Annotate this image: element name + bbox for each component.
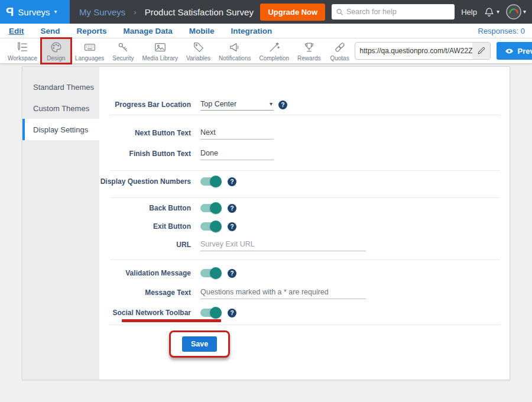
survey-nav: Edit Send Reports Manage Data Mobile Int…: [0, 24, 532, 38]
next-button-text-label: Next Button Text: [99, 129, 191, 137]
divider: [110, 260, 500, 260]
display-settings-form: Progress Bar Location Top Center ▾ ? Nex…: [99, 67, 510, 380]
form-row-exit-url: URL: [99, 238, 510, 252]
validation-message-toggle[interactable]: [200, 269, 220, 277]
top-header: P Surveys ▾ My Surveys › Product Satisfa…: [0, 0, 532, 24]
finish-button-text-input[interactable]: [200, 148, 274, 160]
progress-bar-location-value: Top Center: [200, 100, 236, 108]
toolbar-item-design[interactable]: Design: [41, 38, 71, 63]
help-search-box[interactable]: [332, 4, 455, 20]
sidebar-item-display-settings[interactable]: Display Settings: [22, 119, 99, 140]
preview-label: Preview: [518, 47, 532, 56]
main-content: Standard Themes Custom Themes Display Se…: [0, 64, 532, 402]
display-question-numbers-toggle[interactable]: [200, 177, 220, 186]
help-icon[interactable]: ?: [278, 100, 287, 109]
breadcrumb-my-surveys[interactable]: My Surveys: [79, 7, 125, 17]
toggle-knob: [210, 267, 222, 279]
responses-count[interactable]: Responses: 0: [478, 27, 525, 35]
form-row-finish-button-text: Finish Button Text: [99, 147, 510, 161]
design-sidebar: Standard Themes Custom Themes Display Se…: [22, 67, 99, 380]
toolbar-item-rewards[interactable]: Rewards: [293, 38, 325, 63]
sidebar-item-standard-themes[interactable]: Standard Themes: [22, 76, 99, 98]
toggle-knob: [210, 202, 222, 214]
toolbar-item-notifications[interactable]: Notifications: [215, 38, 255, 63]
avatar: [506, 4, 521, 20]
message-text-input[interactable]: [200, 287, 366, 299]
eye-icon: [504, 47, 514, 55]
form-row-back-button: Back Button ?: [99, 201, 510, 215]
toolbar-items: Workspace Design Languages Security Medi…: [4, 38, 355, 63]
form-row-display-question-numbers: Display Question Numbers ?: [99, 174, 510, 189]
nav-tab-edit[interactable]: Edit: [9, 27, 24, 35]
surveys-product-menu[interactable]: P Surveys ▾: [0, 0, 70, 24]
help-icon[interactable]: ?: [228, 309, 236, 317]
design-settings-card: Standard Themes Custom Themes Display Se…: [22, 66, 510, 380]
breadcrumb-separator-icon: ›: [134, 8, 136, 17]
header-actions: Upgrade Now Help ▾ ▾: [260, 4, 532, 21]
help-link[interactable]: Help: [461, 8, 477, 17]
help-icon[interactable]: ?: [228, 177, 236, 186]
nav-tab-integration[interactable]: Integration: [231, 27, 273, 35]
divider: [110, 197, 500, 198]
edit-toolbar: Workspace Design Languages Security Medi…: [0, 38, 532, 64]
nav-tab-reports[interactable]: Reports: [77, 27, 107, 35]
social-network-toolbar-label: Social Network Toolbar: [99, 309, 191, 317]
toolbar-item-completion[interactable]: Completion: [255, 38, 293, 63]
preview-button[interactable]: Preview: [497, 42, 532, 60]
rewards-icon: [303, 41, 316, 54]
form-row-exit-button: Exit Button ?: [99, 219, 510, 234]
divider: [110, 170, 500, 171]
back-button-label: Back Button: [99, 204, 191, 212]
languages-icon: [83, 41, 96, 54]
questionpro-logo-icon: P: [6, 5, 14, 19]
divider: [110, 325, 500, 325]
annotation-box-save: Save: [169, 330, 230, 358]
chevron-down-icon: ▾: [497, 9, 499, 15]
toolbar-item-workspace[interactable]: Workspace: [4, 38, 41, 63]
divider: [110, 115, 500, 115]
exit-button-toggle[interactable]: [200, 222, 220, 231]
progress-bar-location-select[interactable]: Top Center ▾: [200, 99, 274, 111]
social-network-toolbar-toggle[interactable]: [200, 309, 220, 317]
sidebar-item-custom-themes[interactable]: Custom Themes: [22, 98, 99, 119]
form-row-validation-message: Validation Message ?: [99, 266, 510, 280]
next-button-text-input[interactable]: [200, 127, 274, 140]
notifications-menu[interactable]: ▾: [484, 7, 499, 18]
nav-links: Edit Send Reports Manage Data Mobile Int…: [9, 27, 272, 35]
toolbar-item-languages[interactable]: Languages: [71, 38, 109, 63]
media-library-icon: [154, 41, 167, 54]
toolbar-item-media-library[interactable]: Media Library: [138, 38, 182, 63]
edit-url-icon[interactable]: [472, 43, 490, 59]
toggle-knob: [210, 221, 222, 232]
search-icon: [336, 8, 343, 16]
display-question-numbers-label: Display Question Numbers: [99, 177, 191, 186]
help-icon[interactable]: ?: [228, 204, 236, 213]
chevron-down-icon: ▾: [54, 9, 57, 15]
breadcrumb: My Surveys › Product Satisfaction Survey: [79, 7, 254, 17]
nav-tab-manage-data[interactable]: Manage Data: [124, 27, 173, 35]
finish-button-text-label: Finish Button Text: [99, 150, 191, 158]
toolbar-item-quotas[interactable]: Quotas: [325, 38, 355, 63]
exit-url-input[interactable]: [200, 239, 366, 251]
nav-tab-mobile[interactable]: Mobile: [189, 27, 215, 35]
help-icon[interactable]: ?: [228, 222, 236, 231]
nav-tab-send[interactable]: Send: [41, 27, 60, 35]
survey-url-field[interactable]: https://qa.questionpro.com/t/AW22Zcq2J: [355, 42, 491, 60]
help-icon[interactable]: ?: [228, 269, 236, 278]
variables-icon: [192, 41, 205, 54]
progress-bar-location-label: Progress Bar Location: [99, 100, 191, 109]
toggle-knob: [210, 307, 222, 319]
back-button-toggle[interactable]: [200, 204, 220, 212]
exit-button-label: Exit Button: [99, 222, 191, 231]
save-button[interactable]: Save: [182, 336, 217, 352]
upgrade-now-button[interactable]: Upgrade Now: [260, 4, 325, 21]
account-menu[interactable]: ▾: [506, 4, 526, 20]
form-row-next-button-text: Next Button Text: [99, 126, 510, 140]
toolbar-item-variables[interactable]: Variables: [182, 38, 215, 63]
chevron-down-icon: ▾: [523, 9, 526, 15]
workspace-icon: [16, 41, 29, 54]
help-search-input[interactable]: [346, 8, 450, 16]
toolbar-item-security[interactable]: Security: [108, 38, 138, 63]
notifications-icon: [228, 41, 241, 54]
exit-url-label: URL: [99, 241, 191, 249]
